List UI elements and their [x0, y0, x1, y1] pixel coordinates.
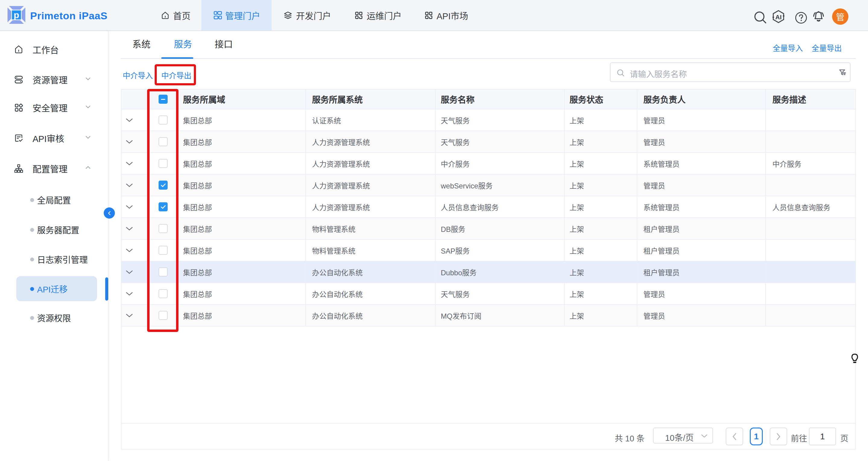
svg-text:p: p	[13, 10, 19, 20]
svg-text:AI: AI	[775, 13, 782, 21]
